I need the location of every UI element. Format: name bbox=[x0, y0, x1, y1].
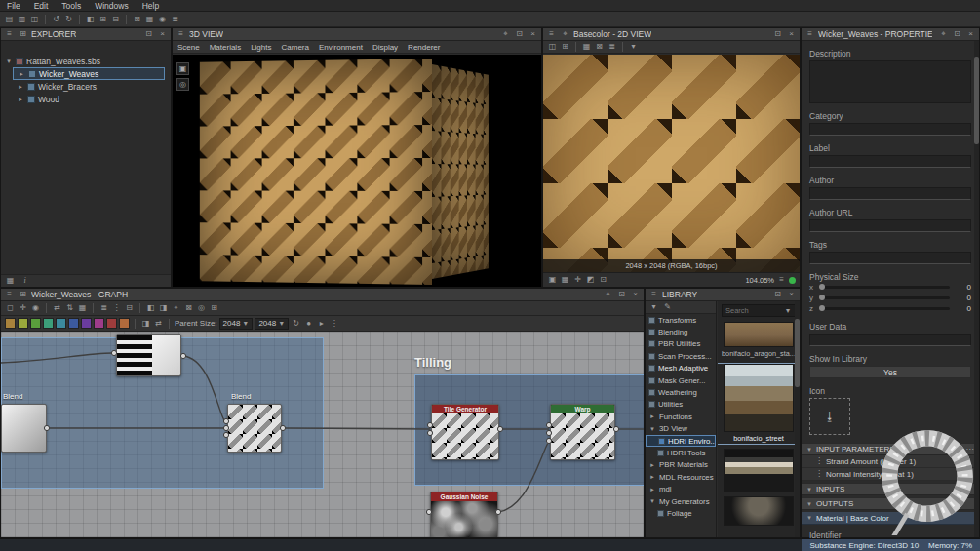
menu-materials[interactable]: Materials bbox=[205, 43, 246, 52]
tree-item-wood[interactable]: ▸ Wood bbox=[13, 93, 171, 105]
slider-handle[interactable] bbox=[819, 295, 825, 300]
search-filter-icon[interactable]: ▾ bbox=[784, 305, 792, 316]
panel-menu-icon[interactable]: ≡ bbox=[176, 29, 186, 40]
lib-item-utilities[interactable]: Utilities bbox=[646, 399, 716, 411]
pin-icon[interactable]: ⌖ bbox=[603, 290, 613, 300]
description-field[interactable] bbox=[809, 60, 971, 103]
transform-node-icon[interactable] bbox=[68, 318, 79, 329]
menu-renderer[interactable]: Renderer bbox=[403, 43, 445, 52]
show-in-library-toggle[interactable]: Yes bbox=[809, 366, 971, 378]
author-field[interactable] bbox=[809, 187, 971, 200]
open-file-icon[interactable]: ▥ bbox=[17, 14, 27, 24]
close-icon[interactable]: × bbox=[786, 290, 797, 300]
view2d-canvas[interactable]: 2048 x 2048 (RGBA, 16bpc) bbox=[543, 55, 800, 272]
save-icon[interactable]: ◫ bbox=[29, 14, 40, 24]
node-mask[interactable] bbox=[116, 334, 181, 376]
float-icon[interactable]: ⊡ bbox=[616, 290, 627, 300]
author-url-field[interactable] bbox=[809, 219, 971, 232]
scrollbar-thumb[interactable] bbox=[795, 319, 800, 387]
uniform-color-node-icon[interactable] bbox=[5, 318, 16, 329]
menu-camera[interactable]: Camera bbox=[277, 43, 314, 52]
menu-display[interactable]: Display bbox=[368, 43, 403, 52]
frame-label[interactable]: Tilling bbox=[414, 355, 451, 370]
lib-item-pbr-utilities[interactable]: PBR Utilities bbox=[646, 338, 716, 350]
pin-icon[interactable]: ⌖ bbox=[938, 29, 949, 40]
curve-node-icon[interactable] bbox=[43, 318, 54, 329]
library-item[interactable] bbox=[718, 496, 800, 526]
close-icon[interactable]: × bbox=[528, 29, 538, 40]
node-gaussian-noise[interactable]: Gaussian Noise bbox=[430, 492, 498, 537]
library-item-selected[interactable]: bonifacio_street bbox=[718, 364, 800, 444]
play-icon[interactable]: ▸ bbox=[316, 318, 327, 329]
close-icon[interactable]: × bbox=[157, 29, 168, 40]
drag-handle-icon[interactable]: ⋮ bbox=[815, 469, 823, 480]
histogram-icon[interactable]: ◩ bbox=[585, 275, 596, 286]
physical-size-z[interactable]: z 0 bbox=[809, 303, 971, 314]
chevron-right-icon[interactable]: ▸ bbox=[648, 486, 656, 493]
filter-icon[interactable]: ▾ bbox=[648, 302, 659, 313]
light-toggle-icon[interactable]: ◎ bbox=[176, 78, 189, 91]
edit-icon[interactable]: ✎ bbox=[662, 302, 673, 313]
lib-item-mesh-adaptive[interactable]: Mesh Adaptive bbox=[646, 363, 716, 374]
drag-handle-icon[interactable]: ⋮ bbox=[815, 456, 823, 467]
float-icon[interactable]: ⊡ bbox=[772, 290, 783, 300]
channel-select-icon[interactable]: ▾ bbox=[628, 42, 639, 53]
panel-menu-icon[interactable]: ≡ bbox=[4, 290, 15, 300]
hsl-node-icon[interactable] bbox=[56, 318, 66, 329]
redo-icon[interactable]: ↻ bbox=[63, 14, 74, 24]
panel-menu-icon[interactable]: ≡ bbox=[4, 29, 15, 40]
blur-node-icon[interactable] bbox=[81, 318, 92, 329]
background-toggle-icon[interactable]: ▣ bbox=[547, 275, 558, 286]
noise-node-icon[interactable] bbox=[119, 318, 130, 329]
search-input[interactable] bbox=[725, 306, 782, 315]
link-create-icon[interactable]: ⇄ bbox=[52, 303, 62, 314]
lib-item-scan-processing[interactable]: Scan Process... bbox=[646, 350, 716, 362]
close-icon[interactable]: × bbox=[630, 290, 641, 300]
lib-item-3d-view[interactable]: ▾3D View bbox=[646, 423, 716, 435]
panel-menu-icon[interactable]: ≡ bbox=[804, 29, 815, 40]
lib-item-transforms[interactable]: Transforms bbox=[646, 314, 716, 326]
fit-view-icon[interactable]: ⊠ bbox=[594, 42, 605, 53]
info-icon[interactable]: i bbox=[20, 276, 30, 287]
zoom-reset-icon[interactable]: ⊡ bbox=[598, 275, 608, 286]
grid-toggle-icon[interactable]: ▦ bbox=[560, 275, 570, 286]
parent-size-height-dropdown[interactable]: 2048 ▾ bbox=[255, 318, 289, 330]
lib-item-mdl[interactable]: ▸mdl bbox=[646, 483, 716, 494]
physical-size-y[interactable]: y 0 bbox=[809, 293, 971, 303]
chevron-right-icon[interactable]: ▸ bbox=[648, 461, 656, 469]
copy-icon[interactable]: ⊞ bbox=[98, 14, 108, 24]
node-blend-1[interactable] bbox=[1, 404, 47, 453]
float-icon[interactable]: ⊡ bbox=[514, 29, 525, 40]
chevron-down-icon[interactable]: ▾ bbox=[805, 446, 813, 453]
icon-drop-zone[interactable]: ⭳ bbox=[809, 398, 850, 435]
link-material-icon[interactable]: ⇅ bbox=[64, 303, 75, 314]
chevron-down-icon[interactable]: ▾ bbox=[805, 514, 813, 522]
levels-node-icon[interactable] bbox=[30, 318, 41, 329]
chevron-down-icon[interactable]: ▾ bbox=[648, 497, 656, 505]
menu-scene[interactable]: Scene bbox=[173, 43, 205, 52]
refresh-icon[interactable]: ↻ bbox=[291, 318, 301, 329]
view3d-viewport[interactable]: ▣ ◎ bbox=[173, 55, 541, 287]
menu-windows[interactable]: Windows bbox=[88, 0, 135, 12]
select-tool-icon[interactable]: ◻ bbox=[5, 303, 16, 314]
lib-item-mdl-resources[interactable]: ▸MDL Resources bbox=[646, 471, 716, 483]
focus-icon[interactable]: ◎ bbox=[196, 303, 207, 314]
lib-item-hdri-tools[interactable]: HDRI Tools bbox=[646, 447, 716, 458]
grid-icon[interactable]: ▦ bbox=[144, 14, 155, 24]
menu-lights[interactable]: Lights bbox=[246, 43, 276, 52]
ruler-icon[interactable]: ≣ bbox=[607, 42, 617, 53]
undo-icon[interactable]: ↺ bbox=[51, 14, 61, 24]
lib-item-hdri-environments[interactable]: HDRI Enviro... bbox=[646, 435, 716, 447]
label-field[interactable] bbox=[809, 155, 971, 168]
export-icon[interactable]: ⊞ bbox=[560, 42, 570, 53]
warp-node-icon[interactable] bbox=[94, 318, 104, 329]
lib-item-pbr-materials[interactable]: ▸PBR Materials bbox=[646, 459, 716, 471]
pause-icon[interactable]: ● bbox=[303, 318, 314, 329]
slider-value[interactable]: 0 bbox=[954, 304, 971, 313]
frame-icon[interactable]: ◨ bbox=[158, 303, 169, 314]
chevron-right-icon[interactable]: ▸ bbox=[648, 413, 656, 420]
cut-icon[interactable]: ◧ bbox=[85, 14, 96, 24]
compact-material-icon[interactable]: ▦ bbox=[77, 303, 88, 314]
align-vertical-icon[interactable]: ⋮ bbox=[111, 303, 122, 314]
lib-item-foliage[interactable]: Foliage bbox=[646, 507, 716, 519]
